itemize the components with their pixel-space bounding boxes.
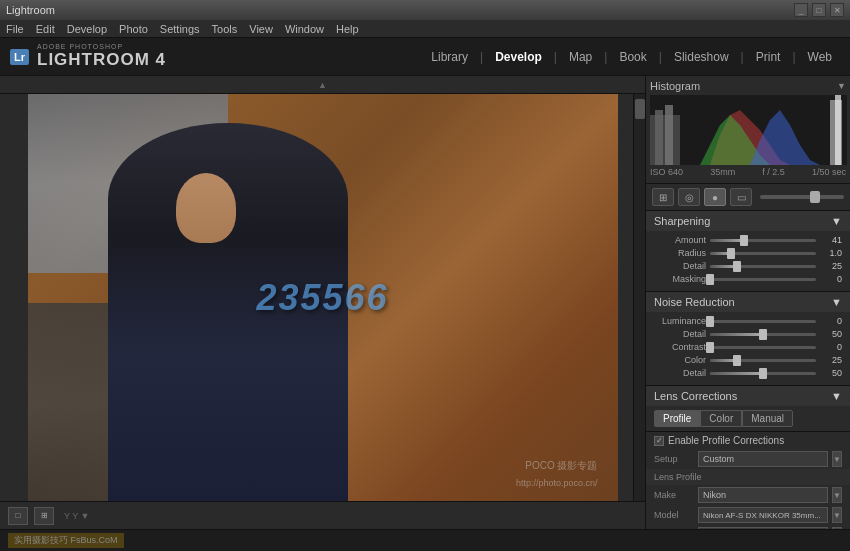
status-bar: 实用摄影技巧 FsBus.CoM — [0, 529, 850, 551]
detail-value: 25 — [820, 261, 842, 271]
noise-detail2-row: Detail 50 — [654, 368, 842, 378]
profile-arrow[interactable]: ▼ — [832, 527, 842, 529]
redeye-tool[interactable]: ● — [704, 188, 726, 206]
lens-header[interactable]: Lens Corrections ▼ — [646, 386, 850, 406]
sharpening-header[interactable]: Sharpening ▼ — [646, 211, 850, 231]
crop-tool[interactable]: ⊞ — [652, 188, 674, 206]
sharpening-radius-row: Radius 1.0 — [654, 248, 842, 258]
nr-detail-slider[interactable] — [710, 333, 816, 336]
model-arrow[interactable]: ▼ — [832, 507, 842, 523]
nr-luminance-label: Luminance — [654, 316, 706, 326]
radius-value: 1.0 — [820, 248, 842, 258]
noise-detail-row: Detail 50 — [654, 329, 842, 339]
model-row: Model Nikon AF-S DX NIKKOR 35mm... ▼ — [646, 505, 850, 525]
menu-edit[interactable]: Edit — [36, 23, 55, 35]
svg-rect-4 — [835, 95, 841, 165]
masking-value: 0 — [820, 274, 842, 284]
tool-slider[interactable] — [760, 195, 844, 199]
menu-settings[interactable]: Settings — [160, 23, 200, 35]
nr-color-label: Color — [654, 355, 706, 365]
amount-value: 41 — [820, 235, 842, 245]
masking-slider[interactable] — [710, 278, 816, 281]
lens-tab-manual[interactable]: Manual — [742, 410, 793, 427]
tools-row: ⊞ ◎ ● ▭ — [646, 184, 850, 211]
tab-develop[interactable]: Develop — [487, 46, 550, 68]
app-title: Lightroom — [6, 4, 55, 16]
view-tool-1[interactable]: □ — [8, 507, 28, 525]
radius-slider[interactable] — [710, 252, 816, 255]
lens-tab-color[interactable]: Color — [700, 410, 742, 427]
setup-value[interactable]: Custom — [698, 451, 828, 467]
menu-window[interactable]: Window — [285, 23, 324, 35]
photo-frame: 235566 POCO 摄影专题 http://photo.poco.cn/ — [28, 94, 618, 501]
menu-develop[interactable]: Develop — [67, 23, 107, 35]
photo-scrollbar[interactable] — [633, 94, 645, 501]
make-arrow[interactable]: ▼ — [832, 487, 842, 503]
spot-tool[interactable]: ◎ — [678, 188, 700, 206]
nr-detail2-value: 50 — [820, 368, 842, 378]
tab-map[interactable]: Map — [561, 46, 600, 68]
nr-contrast-label: Contrast — [654, 342, 706, 352]
sharpening-detail-row: Detail 25 — [654, 261, 842, 271]
nr-detail2-slider[interactable] — [710, 372, 816, 375]
nr-luminance-slider[interactable] — [710, 320, 816, 323]
tool-slider-thumb — [810, 191, 820, 203]
photo-container[interactable]: 235566 POCO 摄影专题 http://photo.poco.cn/ — [0, 94, 645, 501]
setup-label: Setup — [654, 454, 694, 464]
histogram-section: Histogram ▼ — [646, 76, 850, 184]
tab-print[interactable]: Print — [748, 46, 789, 68]
menu-tools[interactable]: Tools — [212, 23, 238, 35]
status-text: 实用摄影技巧 FsBus.CoM — [8, 533, 124, 548]
noise-content: Luminance 0 Detail 50 Contra — [646, 312, 850, 385]
lens-title: Lens Corrections — [654, 390, 737, 402]
menu-photo[interactable]: Photo — [119, 23, 148, 35]
photo-top-bar: ▲ — [0, 76, 645, 94]
tab-library[interactable]: Library — [423, 46, 476, 68]
profile-value[interactable]: Adobe (Nikon AF-S DX NIKKO... — [698, 527, 828, 529]
nr-detail-value: 50 — [820, 329, 842, 339]
histogram-canvas — [650, 95, 847, 165]
logo-area: Lr ADOBE PHOTOSHOP LIGHTROOM 4 — [10, 43, 166, 70]
make-value[interactable]: Nikon — [698, 487, 828, 503]
nr-contrast-value: 0 — [820, 342, 842, 352]
model-value[interactable]: Nikon AF-S DX NIKKOR 35mm... — [698, 507, 828, 523]
masking-thumb — [706, 274, 714, 285]
menu-file[interactable]: File — [6, 23, 24, 35]
noise-color-row: Color 25 — [654, 355, 842, 365]
noise-header[interactable]: Noise Reduction ▼ — [646, 292, 850, 312]
menu-help[interactable]: Help — [336, 23, 359, 35]
face-area — [176, 173, 236, 243]
radius-thumb — [727, 248, 735, 259]
gradient-tool[interactable]: ▭ — [730, 188, 752, 206]
minimize-button[interactable]: _ — [794, 3, 808, 17]
restore-button[interactable]: □ — [812, 3, 826, 17]
histogram-collapse[interactable]: ▼ — [837, 81, 846, 91]
view-tool-2[interactable]: ⊞ — [34, 507, 54, 525]
menu-view[interactable]: View — [249, 23, 273, 35]
amount-slider[interactable] — [710, 239, 816, 242]
noise-title: Noise Reduction — [654, 296, 735, 308]
adobe-label: ADOBE PHOTOSHOP — [37, 43, 166, 50]
sharpening-section: Sharpening ▼ Amount 41 Radius — [646, 211, 850, 292]
tab-book[interactable]: Book — [611, 46, 654, 68]
scroll-thumb — [635, 99, 645, 119]
right-panel: Histogram ▼ — [645, 76, 850, 529]
lens-collapse: ▼ — [831, 390, 842, 402]
lens-tab-profile[interactable]: Profile — [654, 410, 700, 427]
detail-label: Detail — [654, 261, 706, 271]
nr-contrast-slider[interactable] — [710, 346, 816, 349]
nr-color-slider[interactable] — [710, 359, 816, 362]
tab-slideshow[interactable]: Slideshow — [666, 46, 737, 68]
masking-label: Masking — [654, 274, 706, 284]
close-button[interactable]: ✕ — [830, 3, 844, 17]
model-label: Model — [654, 510, 694, 520]
svg-rect-2 — [665, 105, 673, 165]
detail-slider[interactable] — [710, 265, 816, 268]
enable-checkbox[interactable]: ✓ — [654, 436, 664, 446]
tab-web[interactable]: Web — [800, 46, 840, 68]
histogram-header: Histogram ▼ — [650, 80, 846, 92]
nr-luminance-value: 0 — [820, 316, 842, 326]
enable-label: Enable Profile Corrections — [668, 435, 784, 446]
setup-arrow[interactable]: ▼ — [832, 451, 842, 467]
amount-fill — [710, 239, 744, 242]
